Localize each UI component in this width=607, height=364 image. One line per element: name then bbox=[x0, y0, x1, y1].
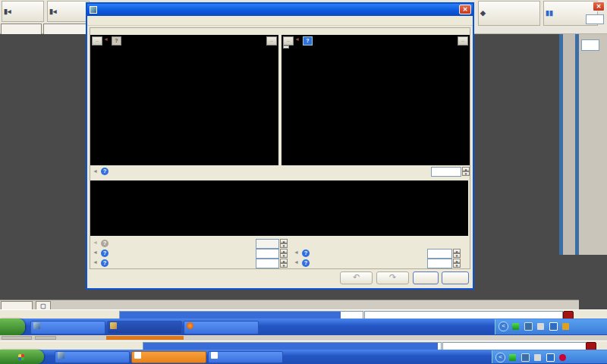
signal-icon[interactable] bbox=[509, 354, 516, 361]
gear-icon: ▮◂ bbox=[4, 8, 11, 15]
firefox-icon bbox=[187, 322, 193, 329]
tunerstudio-icon bbox=[58, 352, 64, 359]
background-tab-fragment bbox=[2, 336, 32, 340]
messenger-icon[interactable] bbox=[559, 354, 566, 361]
status-bar-outer bbox=[0, 340, 607, 350]
toolbar-button-3d-tuning[interactable]: ◆ bbox=[478, 1, 540, 26]
window-close-button[interactable]: ✕ bbox=[593, 2, 605, 11]
windows-flag-icon bbox=[18, 354, 24, 360]
live-strip-chart bbox=[90, 180, 468, 236]
taskbar-item-photobucket[interactable] bbox=[184, 321, 259, 334]
taskbar-item-tunerstudio[interactable] bbox=[30, 321, 105, 334]
shield-icon[interactable] bbox=[549, 322, 558, 331]
redo-button[interactable]: ↷ bbox=[376, 271, 409, 284]
mapdot-threshold-spinner: ▲▼ bbox=[280, 239, 288, 249]
help-icon[interactable]: ? bbox=[112, 36, 121, 46]
taskbar-item-end-program[interactable] bbox=[131, 351, 206, 363]
window-border-strip bbox=[559, 34, 579, 255]
toolbar-button-fuel[interactable]: ▮◂ bbox=[47, 1, 90, 22]
fuel-icon: ▮◂ bbox=[49, 8, 56, 15]
help-icon[interactable]: ? bbox=[302, 259, 310, 267]
help-icon[interactable]: ? bbox=[101, 259, 109, 267]
tunerstudio-icon bbox=[33, 322, 40, 329]
chart-menu-button[interactable]: .. bbox=[92, 36, 102, 46]
taskbar-item-paint[interactable] bbox=[107, 321, 182, 334]
dialog-window-icon bbox=[211, 352, 218, 359]
shield-icon[interactable] bbox=[546, 353, 555, 362]
notes-tooltip bbox=[283, 46, 289, 49]
signal-icon[interactable] bbox=[512, 323, 519, 330]
pencil-icon: ◄ bbox=[93, 259, 98, 265]
background-tab-fragment bbox=[35, 336, 56, 340]
burn-button[interactable] bbox=[413, 271, 439, 284]
blend-value-field[interactable] bbox=[431, 167, 461, 177]
taskbar-outer: < bbox=[0, 350, 607, 364]
dialog-menubar bbox=[87, 16, 473, 26]
blend-spinner[interactable]: ▲▼ bbox=[462, 167, 470, 177]
params-section: ◄ ? ▲▼ ◄ ? ▲▼ ◄ ? ▲▼ ◄ ? ▲▼ ◄ ? bbox=[87, 239, 473, 269]
dialog-close-button[interactable]: ✕ bbox=[459, 5, 471, 14]
network-icon[interactable] bbox=[524, 322, 533, 331]
chart-header: .. ◄ ? .. bbox=[90, 35, 278, 46]
tpsdot-threshold-spinner[interactable]: ▲▼ bbox=[280, 249, 288, 259]
tray-chevron-icon[interactable]: < bbox=[495, 353, 505, 362]
tray-chevron-icon[interactable]: < bbox=[498, 322, 508, 331]
chart-options-button[interactable]: .. bbox=[458, 36, 468, 46]
speaker-icon[interactable]: ◄ bbox=[103, 36, 109, 42]
blend-row: ◄ ? ▲▼ bbox=[87, 167, 473, 178]
pencil-icon: ◄ bbox=[294, 249, 299, 255]
mapdot-curve-panel: .. ◄ ? .. bbox=[90, 35, 278, 165]
undo-button[interactable]: ↶ bbox=[340, 271, 373, 284]
chart-options-button[interactable]: .. bbox=[266, 36, 277, 46]
volume-icon[interactable] bbox=[537, 323, 544, 330]
tab-cluster[interactable] bbox=[1, 24, 42, 34]
pencil-icon: ◄ bbox=[93, 168, 98, 174]
zero-accel-above-field[interactable] bbox=[427, 259, 452, 268]
system-tray: < bbox=[495, 319, 607, 334]
tpsdot-curve-panel: .. ◄ ? .. bbox=[281, 35, 470, 165]
help-icon[interactable]: ? bbox=[303, 36, 313, 46]
help-icon[interactable]: ? bbox=[101, 168, 109, 175]
help-icon[interactable]: ? bbox=[101, 249, 109, 257]
system-tray: < bbox=[492, 350, 607, 363]
dashboard-tab-strip: ▢ bbox=[0, 300, 579, 309]
toolbar-button-basic-load[interactable]: ▮◂ bbox=[2, 1, 44, 22]
help-icon: ? bbox=[101, 240, 109, 247]
close-button[interactable] bbox=[442, 271, 469, 284]
help-icon[interactable]: ? bbox=[302, 249, 310, 257]
canbus-icon: ▮▮ bbox=[546, 9, 553, 17]
cold-accel-spinner[interactable]: ▲▼ bbox=[280, 259, 288, 268]
chart-menu-button[interactable]: .. bbox=[283, 36, 294, 46]
pencil-icon: ◄ bbox=[294, 259, 299, 265]
taskbar-item-tunerstudio[interactable] bbox=[55, 351, 130, 363]
chart-header: .. ◄ ? .. bbox=[281, 35, 470, 46]
taskbar-inner: < bbox=[0, 318, 607, 335]
pencil-icon: ◄ bbox=[93, 249, 98, 255]
volume-icon[interactable] bbox=[534, 354, 541, 361]
tpsdot-threshold-field[interactable] bbox=[256, 249, 279, 259]
start-button[interactable] bbox=[0, 318, 25, 335]
paint-icon bbox=[110, 322, 117, 329]
paint-window-edge bbox=[106, 336, 184, 340]
right-edge-lower bbox=[559, 255, 607, 300]
speaker-icon[interactable]: ◄ bbox=[294, 36, 300, 42]
network-icon[interactable] bbox=[521, 353, 530, 362]
window-edge-sliver bbox=[0, 335, 607, 340]
start-button[interactable] bbox=[0, 350, 44, 364]
zero-accel-spinner[interactable]: ▲▼ bbox=[453, 259, 461, 268]
edge-field[interactable] bbox=[581, 39, 599, 51]
mini-field[interactable] bbox=[586, 14, 604, 24]
right-edge-panel bbox=[579, 34, 607, 255]
cold-accel-multiplier-field[interactable] bbox=[256, 259, 279, 268]
updates-icon[interactable] bbox=[562, 323, 569, 330]
status-bar-inner bbox=[0, 309, 607, 318]
dialog-titlebar[interactable]: ✕ bbox=[87, 4, 473, 16]
full-accel-below-field[interactable] bbox=[427, 249, 452, 259]
accel-enrichment-dialog: ✕ .. ◄ ? .. .. ◄ ? .. bbox=[86, 2, 474, 290]
dialog-icon bbox=[90, 6, 97, 14]
pencil-icon: ◄ bbox=[93, 240, 98, 245]
wrench-icon: ◆ bbox=[480, 9, 486, 17]
desktop: ▮◂ ▮◂ ◆ ▮▮ ✕ ✕ bbox=[0, 0, 607, 364]
taskbar-item-warning[interactable] bbox=[208, 351, 283, 363]
full-accel-spinner[interactable]: ▲▼ bbox=[453, 249, 461, 259]
